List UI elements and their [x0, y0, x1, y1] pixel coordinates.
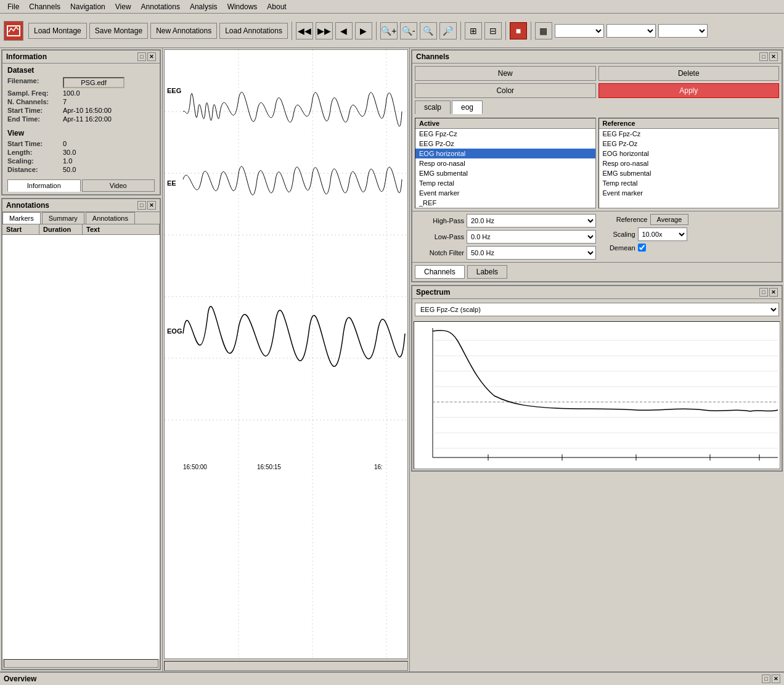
- ann-col-duration: Duration: [39, 224, 83, 234]
- notch-filter-label: Notch Filter: [415, 249, 464, 256]
- menu-analysis[interactable]: Analysis: [185, 1, 223, 12]
- end-time-label: End Time:: [7, 115, 63, 123]
- low-pass-select[interactable]: 0.0 Hz: [467, 230, 596, 244]
- ch-item-temp-rectal[interactable]: Temp rectal: [415, 178, 595, 188]
- ch-item-eeg-fpz-cz[interactable]: EEG Fpz-Cz: [415, 129, 595, 139]
- n-channels-row: N. Channels: 7: [7, 98, 155, 105]
- zoom-in-v-icon[interactable]: 🔍: [420, 22, 437, 39]
- start-time-label: Start Time:: [7, 107, 63, 114]
- toolbar-combo-3[interactable]: [658, 24, 708, 38]
- channels-close-button[interactable]: ✕: [769, 52, 778, 61]
- menu-file[interactable]: File: [2, 1, 24, 12]
- spectrum-close-button[interactable]: ✕: [769, 288, 778, 297]
- info-minimize-button[interactable]: □: [137, 52, 146, 61]
- grid-icon[interactable]: ⊞: [465, 22, 482, 39]
- tab-video[interactable]: Video: [82, 179, 155, 192]
- zoom-in-icon[interactable]: 🔍+: [380, 22, 398, 39]
- left-panel: Information □ ✕ Dataset Filename: PSG.ed…: [0, 48, 163, 671]
- ch-item-event-marker[interactable]: Event marker: [415, 188, 595, 198]
- toolbar-combo-1[interactable]: [555, 24, 604, 38]
- channels-title: Channels: [416, 52, 449, 61]
- ann-minimize-button[interactable]: □: [137, 201, 146, 210]
- load-annotations-button[interactable]: Load Annotations: [219, 23, 288, 39]
- spectrum-svg: [414, 322, 780, 469]
- menu-annotations[interactable]: Annotations: [136, 1, 185, 12]
- toolbar-combo-2[interactable]: [606, 24, 656, 38]
- ann-close-button[interactable]: ✕: [147, 201, 156, 210]
- ann-col-text: Text: [83, 224, 160, 234]
- menu-channels[interactable]: Channels: [24, 1, 65, 12]
- high-pass-select[interactable]: 20.0 Hz: [467, 214, 596, 228]
- reference-channels-pane: Reference EEG Fpz-Cz EEG Pz-Oz EOG horiz…: [598, 118, 780, 208]
- demean-checkbox[interactable]: [638, 244, 646, 252]
- eeg-scrollbar[interactable]: [164, 661, 408, 671]
- ref-item-emg-submental[interactable]: EMG submental: [599, 168, 779, 178]
- ch-item-eeg-pz-oz[interactable]: EEG Pz-Oz: [415, 139, 595, 149]
- eeg-signal-2: [183, 166, 402, 195]
- load-montage-button[interactable]: Load Montage: [28, 23, 87, 39]
- tab-information[interactable]: Information: [7, 179, 81, 192]
- reference-button[interactable]: Average: [650, 214, 689, 225]
- ch-item-ref[interactable]: _REF: [415, 198, 595, 208]
- n-channels-label: N. Channels:: [7, 98, 63, 105]
- filter-section: High-Pass 20.0 Hz Low-Pass 0.0 Hz: [412, 211, 782, 262]
- overview-minimize-button[interactable]: □: [762, 675, 770, 683]
- notch-filter-select[interactable]: 50.0 Hz: [467, 246, 596, 260]
- nav-back-icon[interactable]: ◀◀: [296, 22, 313, 39]
- tab-labels-bottom[interactable]: Labels: [467, 265, 507, 279]
- view-length-row: Length: 30.0: [7, 149, 155, 156]
- tab-summary[interactable]: Summary: [42, 212, 84, 224]
- spectrum-minimize-button[interactable]: □: [759, 288, 768, 297]
- table-icon[interactable]: ▦: [535, 22, 552, 39]
- ch-item-eog-horizontal[interactable]: EOG horizontal: [415, 149, 595, 158]
- menu-about[interactable]: About: [262, 1, 291, 12]
- overview-section: Overview □ ✕ 17:00 18:00 19:00 20:00 21:…: [0, 671, 784, 685]
- nav-next-icon[interactable]: ▶: [355, 22, 372, 39]
- info-close-button[interactable]: ✕: [147, 52, 156, 61]
- annotations-scrollbar[interactable]: [4, 659, 158, 668]
- channels-header-buttons: □ ✕: [759, 52, 778, 61]
- tab-scalp[interactable]: scalp: [415, 100, 451, 114]
- ref-item-temp-rectal[interactable]: Temp rectal: [599, 178, 779, 188]
- ref-item-event-marker[interactable]: Event marker: [599, 188, 779, 198]
- menu-windows[interactable]: Windows: [223, 1, 263, 12]
- tab-eog[interactable]: eog: [452, 100, 483, 114]
- dataset-label: Dataset: [7, 66, 155, 75]
- grid2-icon[interactable]: ⊟: [484, 22, 502, 39]
- menu-view[interactable]: View: [110, 1, 136, 12]
- new-annotations-button[interactable]: New Annotations: [150, 23, 217, 39]
- reference-row: Reference Average: [598, 214, 780, 225]
- overview-close-button[interactable]: ✕: [772, 675, 780, 683]
- zoom-out-v-icon[interactable]: 🔎: [439, 22, 457, 39]
- dataset-section: Dataset Filename: PSG.edf Sampl. Freq: 1…: [2, 64, 160, 126]
- svg-text:16:50:15: 16:50:15: [257, 464, 281, 470]
- channels-top-buttons: New Delete: [412, 64, 782, 83]
- tab-markers[interactable]: Markers: [2, 212, 41, 224]
- ch-item-resp-oro-nasal[interactable]: Resp oro-nasal: [415, 158, 595, 168]
- spectrum-channel-select[interactable]: EEG Fpz-Cz (scalp): [415, 303, 779, 316]
- scaling-label: Scaling: [598, 231, 635, 238]
- scaling-select[interactable]: 10.00x: [638, 228, 687, 241]
- ch-item-emg-submental[interactable]: EMG submental: [415, 168, 595, 178]
- spectrum-header: Spectrum □ ✕: [412, 286, 782, 299]
- ref-item-eog-horizontal[interactable]: EOG horizontal: [599, 149, 779, 158]
- menu-navigation[interactable]: Navigation: [65, 1, 110, 12]
- tab-channels-bottom[interactable]: Channels: [415, 265, 465, 279]
- tab-annotations[interactable]: Annotations: [86, 212, 135, 224]
- channels-type-tabs: scalp eog: [412, 100, 782, 114]
- color-icon[interactable]: ■: [510, 22, 527, 39]
- channels-minimize-button[interactable]: □: [759, 52, 768, 61]
- delete-channel-button[interactable]: Delete: [598, 66, 780, 81]
- apply-channel-button[interactable]: Apply: [598, 83, 780, 98]
- ref-item-eeg-fpz-cz[interactable]: EEG Fpz-Cz: [599, 129, 779, 139]
- new-channel-button[interactable]: New: [415, 66, 596, 81]
- ref-item-eeg-pz-oz[interactable]: EEG Pz-Oz: [599, 139, 779, 149]
- color-channel-button[interactable]: Color: [415, 83, 596, 98]
- information-title: Information: [6, 52, 47, 61]
- ref-item-resp-oro-nasal[interactable]: Resp oro-nasal: [599, 158, 779, 168]
- annotations-tabs: Markers Summary Annotations: [2, 212, 160, 224]
- save-montage-button[interactable]: Save Montage: [89, 23, 148, 39]
- nav-forward-icon[interactable]: ▶▶: [316, 22, 333, 39]
- nav-prev-icon[interactable]: ◀: [335, 22, 353, 39]
- zoom-out-h-icon[interactable]: 🔍-: [400, 22, 417, 39]
